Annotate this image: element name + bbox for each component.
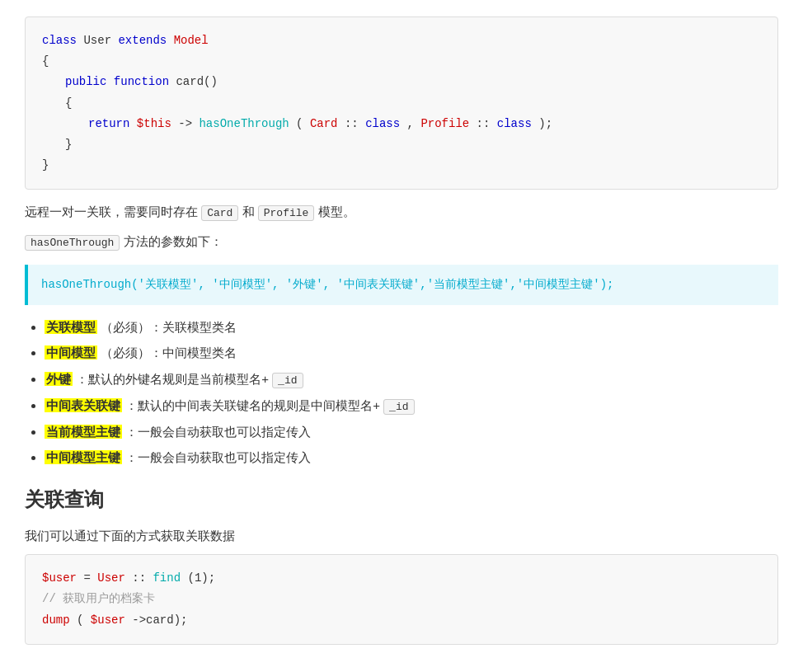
param-label-2: 中间模型 <box>45 345 97 359</box>
keyword-function: function <box>114 75 169 88</box>
code-line-3: public function card() <box>42 72 761 92</box>
prose-method-suffix: 方法的参数如下： <box>124 234 223 248</box>
user-var: $user <box>42 571 77 585</box>
code-line-b3: dump ( $user ->card); <box>42 610 761 631</box>
user-class: User <box>97 571 125 585</box>
double-colon-3: :: <box>132 571 146 585</box>
list-item: 中间模型 （必须）：中间模型类名 <box>45 342 778 364</box>
double-colon-1: :: <box>345 117 359 130</box>
param-label-1: 关联模型 <box>45 320 97 334</box>
keyword-class: class <box>42 34 77 47</box>
prose-before-card: 远程一对一关联，需要同时存在 <box>25 204 201 219</box>
blockquote-signature: hasOneThrough('关联模型', '中间模型', '外键', '中间表… <box>25 265 778 305</box>
code-line-5: return $this -> hasOneThrough ( Card :: … <box>42 114 761 134</box>
prose-card-profile: 远程一对一关联，需要同时存在 Card 和 Profile 模型。 <box>25 201 778 223</box>
card-class: Card <box>310 117 338 130</box>
inline-code-card: Card <box>201 205 238 221</box>
keyword-return: return <box>88 117 129 130</box>
method-hasonethrough: hasOneThrough <box>199 117 289 130</box>
param-desc-5: ：一般会自动获取也可以指定传入 <box>125 425 311 439</box>
prose-method-desc: hasOneThrough 方法的参数如下： <box>25 231 778 252</box>
param-label-6: 中间模型主键 <box>45 450 122 464</box>
class-keyword-2: class <box>497 117 532 130</box>
param-desc-6: ：一般会自动获取也可以指定传入 <box>125 450 311 464</box>
param-desc-3a: ：默认的外键名规则是当前模型名+ <box>76 372 269 386</box>
list-item: 关联模型 （必须）：关联模型类名 <box>45 317 778 338</box>
inline-code-has-one-through: hasOneThrough <box>25 235 120 251</box>
model-name: Model <box>174 34 209 47</box>
user-var-2: $user <box>91 613 125 627</box>
code-line-6: } <box>42 134 761 155</box>
code-block-2: $user = User :: find (1); // 获取用户的档案卡 du… <box>25 554 778 645</box>
inline-code-id-2: _id <box>383 399 414 415</box>
class-keyword-1: class <box>365 117 400 130</box>
code-line-2: { <box>42 51 761 72</box>
code-line-4: { <box>42 93 761 114</box>
paren-open: ( <box>296 117 303 130</box>
find-args: (1); <box>187 571 215 585</box>
list-item: 外键 ：默认的外键名规则是当前模型名+ _id <box>45 369 778 390</box>
double-colon-2: :: <box>477 117 491 130</box>
keyword-public: public <box>65 75 106 88</box>
param-required-1: （必须）：关联模型类名 <box>101 320 237 334</box>
find-method: find <box>153 571 181 585</box>
arrow-2: ->card); <box>132 613 187 627</box>
param-label-5: 当前模型主键 <box>45 425 122 439</box>
code-line-1: class User extends Model <box>42 31 761 51</box>
code-block-1: class User extends Model { public functi… <box>25 16 778 190</box>
section-title-related-query: 关联查询 <box>25 483 778 517</box>
prose-between: 和 <box>242 204 258 219</box>
blockquote-text: hasOneThrough('关联模型', '中间模型', '外键', '中间表… <box>41 278 613 291</box>
keyword-extends: extends <box>118 34 167 47</box>
param-desc-4a: ：默认的中间表关联键名的规则是中间模型名+ <box>125 398 380 412</box>
list-item: 中间表关联键 ：默认的中间表关联键名的规则是中间模型名+ _id <box>45 395 778 416</box>
arrow: -> <box>178 117 192 130</box>
param-label-3: 外键 <box>45 372 73 386</box>
list-item: 当前模型主键 ：一般会自动获取也可以指定传入 <box>45 421 778 443</box>
comma-1: , <box>407 117 414 130</box>
dump-fn: dump <box>42 613 70 627</box>
profile-class: Profile <box>420 117 469 130</box>
dump-open: ( <box>77 613 83 627</box>
param-list: 关联模型 （必须）：关联模型类名 中间模型 （必须）：中间模型类名 外键 ：默认… <box>45 317 778 468</box>
assign: = <box>83 571 97 585</box>
prose-query-intro: 我们可以通过下面的方式获取关联数据 <box>25 525 778 547</box>
param-required-2: （必须）：中间模型类名 <box>101 345 237 359</box>
function-name: card() <box>176 75 217 88</box>
code-line-7: } <box>42 155 761 176</box>
paren-close-semi: ); <box>538 117 552 130</box>
this-var: $this <box>137 117 171 130</box>
code-line-b1: $user = User :: find (1); <box>42 568 761 589</box>
inline-code-profile: Profile <box>258 205 315 221</box>
list-item: 中间模型主键 ：一般会自动获取也可以指定传入 <box>45 447 778 468</box>
comment-line: // 获取用户的档案卡 <box>42 592 155 605</box>
class-name: User <box>83 34 118 47</box>
prose-after: 模型。 <box>318 204 355 219</box>
inline-code-id-1: _id <box>272 373 303 388</box>
code-line-b2: // 获取用户的档案卡 <box>42 589 761 609</box>
param-label-4: 中间表关联键 <box>45 398 122 412</box>
